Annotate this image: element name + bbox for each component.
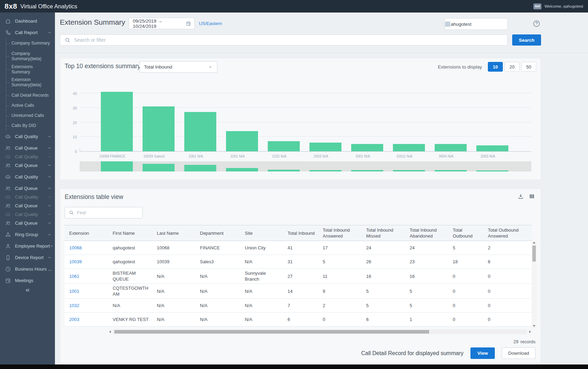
home-icon <box>5 18 11 24</box>
records-count: 29records <box>513 339 535 344</box>
double-chevron-left-icon <box>25 288 30 294</box>
table-tools <box>517 193 535 200</box>
sidebar-item-company-summary[interactable]: Company Summary <box>0 38 55 48</box>
vertical-scroll-thumb[interactable] <box>532 246 536 262</box>
y-axis-tick-label: 0 <box>63 150 77 154</box>
sidebar-item-ring-group[interactable]: Ring Group <box>0 229 55 240</box>
chart-bar[interactable] <box>435 144 467 151</box>
sidebar-item-call-queue[interactable]: Call Queue <box>0 142 55 154</box>
sidebar-item-active-calls[interactable]: Active Calls <box>0 101 55 111</box>
chevron-down-icon <box>48 212 51 216</box>
search-button[interactable]: Search <box>512 34 541 46</box>
search-input[interactable] <box>74 37 507 43</box>
sidebar-item-call-queue[interactable]: Call Queue <box>0 183 55 194</box>
chart-bar[interactable] <box>226 131 258 151</box>
find-search-icon <box>69 210 74 215</box>
chevron-down-icon <box>48 186 51 190</box>
extension-link[interactable]: 1032 <box>65 301 108 310</box>
table-cell: 0 <box>483 287 532 296</box>
sidebar-item-call-detail-records[interactable]: Call Detail Records <box>0 90 55 101</box>
table-horizontal-scrollbar[interactable] <box>65 329 532 334</box>
columns-icon[interactable] <box>529 193 535 200</box>
table-cell: 5 <box>362 301 405 310</box>
download-button[interactable]: Download <box>502 347 535 359</box>
scroll-left-arrow-icon[interactable] <box>109 330 111 333</box>
chart-bar[interactable] <box>101 92 133 151</box>
pbx-selector[interactable]: qahugotest <box>444 18 508 30</box>
chart-bar[interactable] <box>393 144 425 151</box>
sidebar-item-label: Unreturned Calls <box>11 113 51 118</box>
sidebar-item-call-queue[interactable]: Call Queue <box>0 217 55 229</box>
timezone-link[interactable]: US/Eastern <box>199 21 222 26</box>
table-cell: 0 <box>483 301 532 310</box>
sidebar-item-call-queue[interactable]: Call Queue <box>0 160 55 171</box>
y-axis-tick-label: 20 <box>63 121 77 125</box>
extension-link[interactable]: 1001 <box>65 287 108 296</box>
sidebar-item-call-quality[interactable]: Call Quality <box>0 171 55 183</box>
chart-navigator[interactable] <box>80 161 531 171</box>
user-badge-icon[interactable]: 8x8 <box>533 3 541 9</box>
sidebar-item-extensions-summary[interactable]: Extensions Summary <box>0 64 55 74</box>
sidebar-item-device-report[interactable]: Device Report <box>0 252 55 263</box>
sidebar-item-company-summary-beta[interactable]: Company Summary(beta) <box>0 48 55 64</box>
sidebar-item-extension-summary-beta[interactable]: Extension Summary(beta) <box>0 74 55 90</box>
welcome-text: Welcome, qahugotest <box>545 4 583 8</box>
help-button[interactable] <box>533 20 540 27</box>
scroll-down-arrow-icon[interactable] <box>533 325 535 327</box>
sidebar-item-call-report[interactable]: Call Report <box>0 27 55 38</box>
horizontal-scroll-thumb[interactable] <box>114 330 429 334</box>
navigator-mini-bar <box>351 170 383 171</box>
sidebar-item-unreturned-calls[interactable]: Unreturned Calls <box>0 111 55 121</box>
chart-bar[interactable] <box>476 145 508 151</box>
sidebar-collapse-button[interactable] <box>0 286 55 295</box>
sidebar-item-label: Ring Group <box>15 232 38 237</box>
sidebar-item-calls-by-did[interactable]: Calls By DID <box>0 121 55 131</box>
chart-bar[interactable] <box>184 112 216 151</box>
sidebar-item-employee-report[interactable]: Employee Report <box>0 240 55 252</box>
sidebar-item-business-hours[interactable]: Business Hours ... <box>0 263 55 275</box>
sidebar-item-label: Active Calls <box>11 103 51 108</box>
scroll-right-arrow-icon[interactable] <box>529 330 531 333</box>
sidebar-item-label: Call Queue <box>15 145 38 151</box>
sidebar-item-meetings[interactable]: Meetings <box>0 275 55 286</box>
x-axis-tick <box>409 151 409 153</box>
extensions-table-panel: Extensions table view ExtensionFirst Nam… <box>60 188 541 365</box>
table-cell: 7 <box>283 301 318 310</box>
chevron-down-icon <box>48 175 51 179</box>
chart-bar[interactable] <box>143 106 175 151</box>
y-axis-tick-label: 40 <box>63 91 77 96</box>
person-icon <box>5 243 11 249</box>
extension-link[interactable]: 10039 <box>65 257 108 266</box>
sidebar-item-call-quality[interactable]: Call Quality <box>0 131 55 142</box>
table-cell: 9 <box>318 287 362 296</box>
chevron-down-icon <box>50 244 54 248</box>
extension-link[interactable]: 10068 <box>65 243 108 252</box>
table-cell: 31 <box>283 257 318 266</box>
horizontal-scroll-track[interactable] <box>113 329 527 334</box>
find-input[interactable] <box>77 210 142 215</box>
sidebar-item-call-queue[interactable]: Call Queue <box>0 200 55 211</box>
view-button[interactable]: View <box>470 347 495 359</box>
sidebar-item-label: Call Detail Records <box>11 93 51 98</box>
x-axis-tick <box>242 151 242 153</box>
extension-link[interactable]: 1061 <box>65 272 108 281</box>
table-cell: 24 <box>405 243 448 252</box>
download-table-icon[interactable] <box>517 193 524 200</box>
x-axis-category-label: 1001 N/A <box>342 154 384 158</box>
table-cell: N/A <box>108 301 152 310</box>
sidebar-item-label: Device Report <box>15 255 43 260</box>
chart-bar[interactable] <box>351 144 383 151</box>
scroll-up-arrow-icon[interactable] <box>533 242 535 243</box>
user-menu[interactable]: 8x8 Welcome, qahugotest <box>533 3 583 9</box>
phone-icon <box>5 30 11 36</box>
sidebar-item-label: Company Summary(beta) <box>11 51 51 62</box>
extension-link[interactable]: 2003 <box>65 315 108 324</box>
chart-bar[interactable] <box>268 141 300 151</box>
x-axis-category-label: 1061 N/A <box>175 154 217 158</box>
date-range-picker[interactable]: 09/25/2019 → 10/24/2019 <box>129 18 195 29</box>
table-vertical-scrollbar[interactable] <box>532 240 537 328</box>
records-number: 29 <box>513 339 518 344</box>
chart-bar[interactable] <box>309 143 341 151</box>
column-header-total-outbound-answered: Total Outbound Answered <box>483 225 532 241</box>
sidebar-item-dashboard[interactable]: Dashboard <box>0 15 55 27</box>
